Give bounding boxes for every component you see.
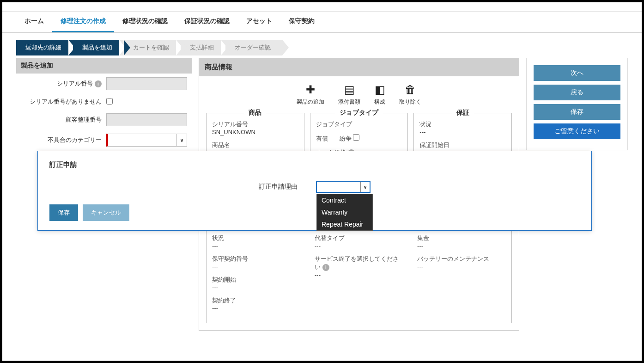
save-button[interactable]: 保存 — [534, 104, 620, 120]
contract-end-label: 契約終了 — [212, 296, 301, 305]
nav-create-repair[interactable]: 修理注文の作成 — [52, 12, 114, 32]
battery-label: バッテリーのメンテナンス — [417, 255, 506, 263]
nav-home[interactable]: ホーム — [16, 12, 52, 32]
defect-category-select[interactable]: ∨ — [106, 134, 187, 147]
step-return-detail[interactable]: 返却先の詳細 — [16, 40, 73, 55]
paid-label: 有償 — [316, 135, 328, 143]
warranty-fieldset-title: 保証 — [452, 109, 474, 117]
option-contract[interactable]: Contract — [317, 194, 372, 206]
product-fieldset-title: 商品 — [244, 109, 266, 117]
product-name-label: 商品名 — [212, 141, 298, 149]
nav-asset[interactable]: アセット — [238, 12, 280, 32]
serial-label: シリアル番号 — [212, 120, 298, 129]
jobtype-fieldset-title: ジョブタイプ — [335, 109, 383, 117]
info-icon: i — [322, 264, 329, 271]
collection-label: 集金 — [417, 234, 506, 242]
remove-action[interactable]: 🗑 取り除く — [399, 83, 421, 106]
reason-label: 訂正申請理由 — [259, 183, 298, 191]
contract-fieldset: 保守契約 状況--- 保守契約番号--- 契約開始--- 契約終了--- 代替タ… — [206, 227, 512, 323]
add-product-action[interactable]: ✚ 製品の追加 — [297, 83, 324, 106]
serial-input[interactable] — [106, 77, 187, 90]
main-nav: ホーム 修理注文の作成 修理状況の確認 保証状況の確認 アセット 保守契約 — [2, 12, 642, 33]
document-icon: ▤ — [338, 83, 360, 96]
left-panel-header: 製品を追加 — [16, 58, 192, 74]
reason-select[interactable]: ∨ Contract Warranty Repeat Repair — [316, 181, 371, 193]
config-icon: ◧ — [374, 83, 385, 96]
nav-service-contract[interactable]: 保守契約 — [280, 12, 323, 32]
jobtype-label: ジョブタイプ — [316, 120, 402, 129]
step-indicator: 返却先の詳細 製品を追加 カートを確認 支払詳細 オーダー確認 — [16, 40, 628, 55]
product-info-header: 商品情報 — [199, 58, 519, 76]
option-warranty[interactable]: Warranty — [317, 206, 372, 218]
reason-dropdown: Contract Warranty Repeat Repair — [316, 194, 373, 231]
correction-modal: 訂正申請 訂正申請理由 ∨ Contract Warranty Repeat R… — [37, 151, 592, 231]
info-icon: i — [95, 80, 102, 87]
contract-no-label: 保守契約番号 — [212, 255, 301, 263]
customer-ref-label: 顧客整理番号 — [21, 116, 106, 124]
chevron-down-icon: ∨ — [176, 134, 187, 146]
nav-repair-status[interactable]: 修理状況の確認 — [114, 12, 176, 32]
back-button[interactable]: 戻る — [534, 85, 620, 100]
trash-icon: 🗑 — [399, 83, 421, 96]
note-button[interactable]: ご留意ください — [534, 123, 620, 139]
config-action[interactable]: ◧ 構成 — [374, 83, 385, 106]
alt-type-label: 代替タイプ — [315, 234, 403, 242]
no-serial-checkbox[interactable] — [106, 98, 113, 105]
dispute-label: 紛争 — [340, 135, 352, 142]
serial-label: シリアル番号i — [21, 80, 106, 88]
nav-warranty-status[interactable]: 保証状況の確認 — [176, 12, 238, 32]
modal-cancel-button[interactable]: キャンセル — [83, 204, 129, 221]
customer-ref-input[interactable] — [106, 113, 187, 126]
next-button[interactable]: 次へ — [534, 65, 620, 81]
attachment-action[interactable]: ▤ 添付書類 — [338, 83, 360, 106]
warranty-start-label: 保証開始日 — [419, 141, 506, 149]
plus-icon: ✚ — [297, 83, 324, 96]
modal-title: 訂正申請 — [49, 160, 580, 169]
defect-category-label: 不具合のカテゴリー — [21, 136, 106, 144]
option-repeat-repair[interactable]: Repeat Repair — [317, 218, 372, 230]
warranty-status-label: 状況 — [419, 120, 506, 129]
right-panel: 次へ 戻る 保存 ご留意ください — [526, 58, 628, 150]
serial-value: SN_UNKNOWN — [212, 129, 298, 135]
modal-save-button[interactable]: 保存 — [49, 204, 78, 221]
service-end-label: サービス終了を選択してくださいi — [315, 255, 403, 271]
no-serial-label: シリアル番号がありません — [21, 98, 106, 106]
warranty-status-value: --- — [419, 129, 506, 135]
chevron-down-icon: ∨ — [360, 182, 370, 192]
contract-start-label: 契約開始 — [212, 276, 301, 284]
dispute-checkbox[interactable] — [353, 134, 359, 141]
contract-status-label: 状況 — [212, 234, 301, 242]
top-bar — [2, 2, 642, 12]
